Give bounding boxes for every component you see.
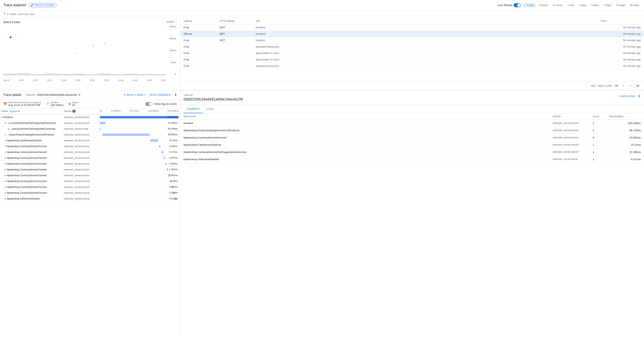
tab-summary[interactable]: SUMMARY: [184, 105, 203, 113]
trace-id-value[interactable]: 05bf2235fc24e8491a558c1feec8c2f8: [37, 94, 77, 96]
send-feedback-link[interactable]: SEND FEEDBACK: [149, 93, 171, 96]
summary-row[interactable]: frontend unknown_service:serve r 1 150.3…: [180, 120, 644, 127]
span-row[interactable]: ▾ hipstershop.CurrencyService/Convert un…: [0, 149, 180, 155]
trace-tutorial-badge[interactable]: 🚀 TRACE TUTORIAL: [29, 3, 57, 7]
expand-icon[interactable]: ▸: [5, 186, 6, 189]
duration-label: Duration: [50, 101, 63, 104]
trace-row[interactable]: 2 ms opentelemetry.proto.... 58 minutes …: [180, 63, 644, 69]
time-btn-4days[interactable]: 4 days: [590, 3, 600, 8]
summary-row[interactable]: hipstershop.CurrencyService/Convert unkn…: [180, 134, 644, 141]
span-bar-container: 2.445ms: [100, 167, 178, 172]
span-name: hipstershop.CurrencyService/Convert: [7, 145, 47, 148]
chart-dot-selected[interactable]: [10, 36, 12, 38]
trace-row[interactable]: 150 ms GET frontend 58 minutes ago: [180, 31, 644, 37]
trace-list-section: Latency HTTP Method URL Time ↓ 0 ms GET …: [180, 18, 644, 90]
next-page-button[interactable]: ›: [628, 83, 634, 89]
span-name-cell: ▾ hipstershop.CurrencyService/Convert: [2, 145, 64, 148]
span-bar-container: 781.056μs: [100, 127, 178, 131]
logs-events-toggle[interactable]: [145, 102, 152, 106]
span-row[interactable]: ▸ hipstershop.CurrencyService/Convert un…: [0, 179, 180, 184]
trace-latency: 3 ms: [184, 45, 220, 48]
expand-icon[interactable]: ▸: [5, 192, 6, 194]
expand-icon[interactable]: ▾: [5, 151, 6, 153]
expand-icon[interactable]: ▸: [5, 174, 6, 177]
trace-list-header: Latency HTTP Method URL Time ↓: [180, 18, 644, 24]
expand-icon[interactable]: ▸: [5, 197, 6, 200]
x-axis-labels: Tue 15 12:05 12:10 12:15 12:20 12:25 12:…: [3, 78, 166, 81]
time-btn-2days[interactable]: 2 days: [577, 3, 588, 8]
expand-icon[interactable]: ▾: [2, 116, 3, 119]
trace-tutorial-label: TRACE TUTORIAL: [34, 4, 55, 7]
chart-plot[interactable]: [3, 25, 166, 75]
span-name-cell: ▸ ...urrencyService/GetSupportedCurrenci…: [2, 127, 64, 130]
summary-service: unknown_service:serve r: [553, 136, 593, 139]
expand-icon[interactable]: ▸: [5, 180, 6, 183]
main-layout: Select a trace RESET 200ms 150ms 100ms 5…: [0, 18, 644, 336]
whats-new-link[interactable]: ✦ WHAT'S NEW ↗: [124, 93, 146, 96]
expand-icon[interactable]: ▸: [5, 162, 6, 165]
expand-icon[interactable]: ▾: [5, 122, 6, 124]
summary-row[interactable]: hipstershop.CartService/GetCart unknown_…: [180, 141, 644, 148]
expand-all-button[interactable]: Expand all: [10, 110, 20, 112]
summary-row[interactable]: hipstershop.AdService/GetAds unknown_ser…: [180, 156, 644, 163]
filter-input[interactable]: [18, 13, 641, 16]
x-label-0: Tue 15: [3, 79, 10, 81]
span-row[interactable]: ▸ ...urrencyService/GetSupportedCurrenci…: [0, 126, 180, 132]
prev-page-button[interactable]: ‹: [621, 83, 626, 89]
expand-icon[interactable]: ▸: [5, 139, 6, 142]
span-bar-container: 2.287ms: [100, 156, 178, 160]
span-duration: 781.056μs: [167, 127, 178, 130]
trace-row[interactable]: 0 ms GET frontend 58 minutes ago: [180, 24, 644, 31]
view-logs-button[interactable]: ↗ VIEW LOGS: [617, 95, 635, 98]
collapse-panel-button[interactable]: ⬍: [174, 93, 177, 97]
span-row[interactable]: ▾ frontend unknown_service:server 150.34…: [0, 114, 180, 120]
span-row[interactable]: ▸ hipstershop.CurrencyService/Convert un…: [0, 161, 180, 167]
span-row[interactable]: ▾ hipstershop.CurrencyService/Convert un…: [0, 143, 180, 149]
span-row[interactable]: ▸ hipstershop.CurrencyService/Convert un…: [0, 190, 180, 196]
auto-reload-toggle[interactable]: [514, 3, 521, 7]
tab-logs[interactable]: LOGS: [203, 105, 217, 113]
span-bar-container: 10.186ms: [100, 121, 178, 125]
expand-icon[interactable]: ▸: [8, 127, 9, 130]
span-row[interactable]: ▾ ...o.CurrencyService/GetSupportedCurre…: [0, 120, 180, 126]
span-row[interactable]: ▸ hipstershop.CurrencyService/Convert un…: [0, 155, 180, 161]
trace-row[interactable]: 3 ms opentelemetry.proto.... 58 minutes …: [180, 44, 644, 50]
left-panel: Select a trace RESET 200ms 150ms 100ms 5…: [0, 18, 180, 336]
time-btn-1day[interactable]: 1 day: [566, 3, 576, 8]
start-time-label: Start time (America/Los_Angeles): [8, 101, 41, 104]
expand-icon[interactable]: ▸: [5, 156, 6, 159]
first-page-button[interactable]: ⏮: [614, 83, 619, 89]
side-panel-header: Trace ID 05bf2235fc24e8491a558c1feec8c2f…: [180, 91, 644, 105]
expand-icon[interactable]: ▾: [5, 133, 6, 136]
time-btn-30days[interactable]: 30 days: [628, 3, 641, 8]
time-btn-1hour[interactable]: ✓ 1 hour: [522, 3, 536, 8]
span-duration: 2.445ms: [169, 168, 178, 171]
span-row[interactable]: ▸ hipstershop.CurrencyService/Convert un…: [0, 167, 180, 173]
trace-row[interactable]: 0 ms /grpc.health.v1.Heal... 58 minutes …: [180, 56, 644, 63]
summary-row[interactable]: hipstershop.ProductCatalogService/ListPr…: [180, 127, 644, 134]
span-row[interactable]: ▸ hipstershop.CartService/GetCart unknow…: [0, 138, 180, 143]
summary-row[interactable]: hipstershop.CurrencyService/GetSupported…: [180, 148, 644, 156]
time-btn-14days[interactable]: 14 days: [614, 3, 627, 8]
span-row[interactable]: ▸ hipstershop.AdService/GetAds unknown_s…: [0, 196, 180, 202]
side-panel-tabs: SUMMARY LOGS: [180, 105, 644, 113]
span-row[interactable]: ▸ hipstershop.CurrencyService/Convert un…: [0, 173, 180, 179]
span-row[interactable]: ▾ ...rshop.ProductCatalogService/ListPro…: [0, 132, 180, 138]
span-row[interactable]: ▸ hipstershop.CurrencyService/Convert un…: [0, 184, 180, 190]
time-btn-7days[interactable]: 7 days: [602, 3, 613, 8]
time-btn-6hours[interactable]: 6 hours: [538, 3, 549, 8]
y-label-200: 200ms: [167, 25, 176, 28]
trace-method: GET: [220, 32, 256, 35]
span-bar: [102, 133, 150, 136]
expand-icon[interactable]: ▸: [5, 168, 6, 171]
time-btn-12hours[interactable]: 12 hours: [551, 3, 564, 8]
trace-row[interactable]: 0 ms /grpc.health.v1.Heal... 58 minutes …: [180, 50, 644, 56]
reset-button[interactable]: RESET: [164, 20, 177, 25]
span-duration: 2.287ms: [169, 156, 178, 159]
expand-icon[interactable]: ▾: [5, 145, 6, 148]
close-side-panel-button[interactable]: ✕: [638, 94, 641, 99]
last-page-button[interactable]: ⏭: [635, 83, 641, 89]
trace-row[interactable]: 0 ms GET frontend 58 minutes ago: [180, 37, 644, 44]
clear-trace-id-button[interactable]: ✕: [78, 93, 81, 97]
y-label-150: 150ms: [167, 37, 176, 40]
